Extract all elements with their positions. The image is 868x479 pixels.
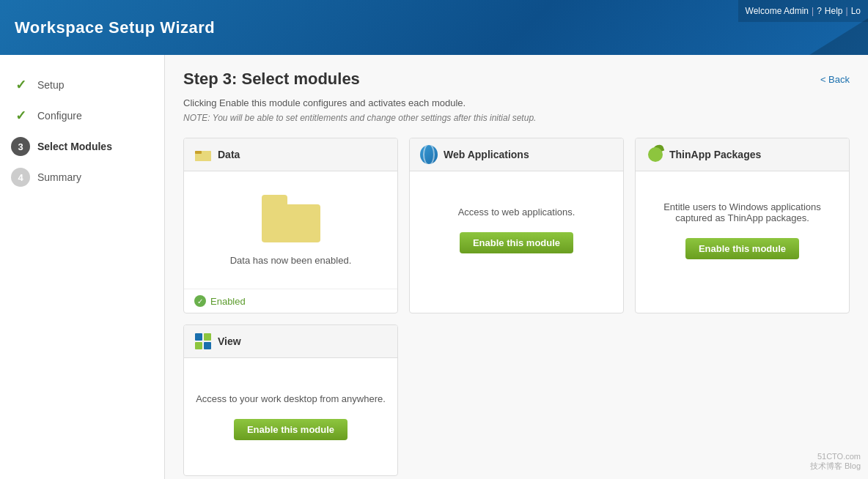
module-header-web-apps: Web Applications [410, 138, 623, 171]
content-header: Step 3: Select modules < Back [183, 70, 850, 89]
header-nav: Welcome Admin | ? Help | Lo [738, 0, 868, 22]
watermark-line2: 技术博客 Blog [810, 461, 861, 472]
enable-view-button[interactable]: Enable this module [234, 419, 347, 440]
module-card-view: View Access to your work desktop from an… [183, 324, 398, 476]
sidebar-item-configure[interactable]: ✓ Configure [0, 100, 164, 131]
thinapp-icon [646, 145, 663, 164]
module-name-thinapp: ThinApp Packages [669, 149, 761, 160]
module-card-web-apps: Web Applications Access to web applicati… [409, 138, 624, 313]
sidebar-label-configure: Configure [37, 110, 82, 122]
welcome-text: Welcome Admin [746, 6, 809, 16]
module-card-data: Data Data has now been enabled. ✓ Enable… [183, 138, 398, 313]
sidebar: ✓ Setup ✓ Configure 3 Select Modules 4 S… [0, 55, 165, 479]
step-num-select-modules: 3 [11, 137, 30, 156]
data-enabled-text: Data has now been enabled. [230, 255, 352, 266]
module-body-web-apps: Access to web applications. Enable this … [410, 171, 623, 289]
module-card-thinapp: ThinApp Packages Entitle users to Window… [635, 138, 850, 313]
data-module-icon [194, 146, 212, 163]
header-corner-decoration [809, 18, 868, 55]
sidebar-label-setup: Setup [37, 79, 65, 91]
header: Workspace Setup Wizard Welcome Admin | ?… [0, 0, 868, 55]
content-area: Step 3: Select modules < Back Clicking E… [165, 55, 868, 479]
module-name-web-apps: Web Applications [444, 149, 529, 160]
step-num-configure: ✓ [11, 106, 30, 125]
globe-icon [420, 145, 438, 164]
step-title: Step 3: Select modules [183, 70, 360, 89]
module-body-view: Access to your work desktop from anywher… [184, 358, 397, 475]
question-icon: ? [817, 6, 822, 16]
description-text: Clicking Enable this module configures a… [183, 97, 850, 108]
web-apps-module-icon [420, 146, 438, 163]
module-body-thinapp: Entitle users to Windows applications ca… [636, 171, 849, 289]
web-apps-body-text: Access to web applications. [458, 207, 575, 218]
watermark-line1: 51CTO.com [810, 452, 861, 461]
module-header-data: Data [184, 138, 397, 171]
modules-grid-top: Data Data has now been enabled. ✓ Enable… [183, 138, 850, 313]
module-footer-data: ✓ Enabled [184, 289, 397, 313]
folder-large-icon [262, 195, 320, 242]
enable-web-apps-button[interactable]: Enable this module [460, 232, 573, 253]
note-text: NOTE: You will be able to set entitlemen… [183, 113, 850, 123]
enable-thinapp-button[interactable]: Enable this module [685, 238, 799, 259]
logout-link[interactable]: Lo [851, 6, 861, 16]
module-header-view: View [184, 325, 397, 358]
thinapp-module-icon [646, 146, 663, 163]
app-title: Workspace Setup Wizard [15, 18, 215, 37]
status-label-data: Enabled [210, 296, 246, 307]
view-module-icon [194, 333, 212, 350]
back-link[interactable]: < Back [820, 74, 850, 85]
step-num-summary: 4 [11, 168, 30, 187]
module-header-thinapp: ThinApp Packages [636, 138, 849, 171]
help-link[interactable]: Help [825, 6, 843, 16]
module-name-view: View [218, 335, 241, 347]
modules-grid-bottom: View Access to your work desktop from an… [183, 324, 850, 476]
sidebar-label-select-modules: Select Modules [37, 141, 112, 152]
sidebar-item-select-modules[interactable]: 3 Select Modules [0, 131, 164, 162]
view-body-text: Access to your work desktop from anywher… [196, 393, 386, 404]
module-body-data: Data has now been enabled. [184, 171, 397, 289]
watermark: 51CTO.com 技术博客 Blog [810, 452, 861, 472]
thinapp-body-text: Entitle users to Windows applications ca… [647, 201, 838, 223]
sidebar-label-summary: Summary [37, 171, 81, 183]
step-num-setup: ✓ [11, 75, 30, 94]
main-layout: ✓ Setup ✓ Configure 3 Select Modules 4 S… [0, 55, 868, 479]
module-name-data: Data [218, 149, 240, 160]
enabled-check-icon: ✓ [194, 295, 206, 307]
view-squares-icon [195, 333, 211, 349]
sidebar-item-summary[interactable]: 4 Summary [0, 162, 164, 193]
svg-rect-3 [195, 151, 202, 154]
sidebar-item-setup[interactable]: ✓ Setup [0, 70, 164, 100]
